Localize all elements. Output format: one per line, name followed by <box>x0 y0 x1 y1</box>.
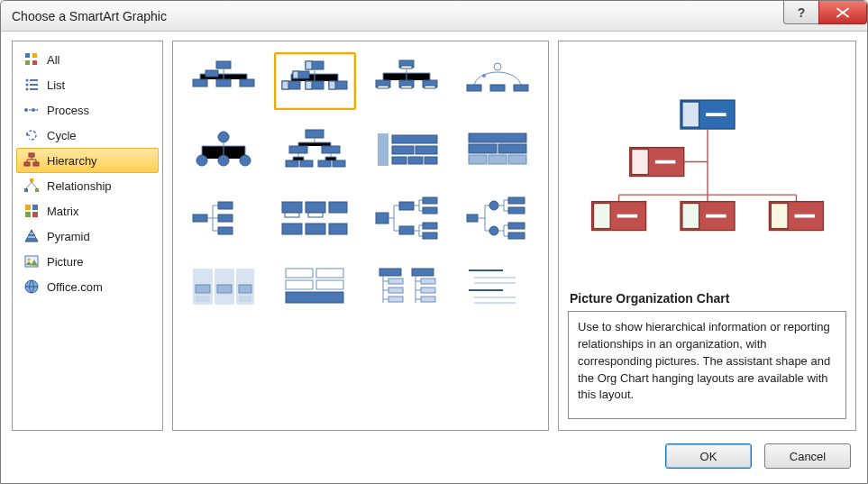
category-label: Process <box>47 104 89 117</box>
svg-rect-72 <box>469 144 497 153</box>
dialog-title: Choose a SmartArt Graphic <box>12 9 167 23</box>
svg-rect-13 <box>24 162 30 166</box>
category-cycle[interactable]: Cycle <box>16 123 159 148</box>
svg-rect-107 <box>217 285 232 293</box>
svg-point-98 <box>489 226 498 235</box>
svg-rect-91 <box>399 226 414 234</box>
svg-rect-108 <box>239 285 251 293</box>
svg-rect-99 <box>508 197 525 204</box>
thumb-grid <box>182 52 539 315</box>
svg-point-53 <box>218 132 229 142</box>
category-officecom[interactable]: Office.com <box>16 274 159 299</box>
svg-rect-39 <box>293 71 298 78</box>
svg-rect-85 <box>329 202 347 213</box>
ok-button[interactable]: OK <box>665 443 752 469</box>
svg-rect-66 <box>392 146 414 154</box>
svg-rect-28 <box>240 79 254 87</box>
window-buttons: ? <box>784 1 867 28</box>
svg-rect-106 <box>196 285 210 293</box>
svg-rect-137 <box>593 203 610 228</box>
svg-rect-27 <box>216 79 231 87</box>
svg-rect-62 <box>318 160 331 167</box>
thumb-table-hierarchy[interactable] <box>457 121 540 178</box>
relationship-icon <box>23 178 40 194</box>
svg-rect-93 <box>423 207 437 214</box>
svg-point-4 <box>26 79 29 82</box>
svg-rect-113 <box>286 280 313 289</box>
category-relationship[interactable]: Relationship <box>16 173 159 198</box>
svg-rect-5 <box>30 79 38 81</box>
svg-point-52 <box>482 74 486 78</box>
thumb-horizontal-org-chart[interactable] <box>182 189 265 247</box>
preview-org-chart-svg <box>572 79 843 260</box>
thumb-horizontal-multi-level[interactable] <box>274 189 357 247</box>
svg-rect-45 <box>401 86 412 88</box>
svg-rect-78 <box>218 202 233 209</box>
thumb-circle-picture-hierarchy[interactable] <box>182 121 265 178</box>
svg-rect-101 <box>508 223 525 229</box>
thumb-lined-list[interactable] <box>457 258 540 315</box>
category-hierarchy[interactable]: Hierarchy <box>16 148 159 173</box>
category-picture[interactable]: Picture <box>16 249 159 274</box>
svg-rect-134 <box>631 149 648 174</box>
svg-rect-143 <box>771 203 788 228</box>
svg-rect-112 <box>316 269 343 278</box>
svg-rect-119 <box>388 288 403 293</box>
thumb-half-circle-org-chart[interactable] <box>457 52 540 110</box>
svg-point-8 <box>26 88 29 91</box>
category-all[interactable]: All <box>16 47 159 72</box>
svg-rect-117 <box>412 269 434 276</box>
svg-rect-123 <box>421 297 435 302</box>
svg-rect-122 <box>421 288 435 293</box>
category-matrix[interactable]: Matrix <box>16 198 159 224</box>
svg-rect-49 <box>467 85 481 91</box>
svg-rect-41 <box>401 66 412 68</box>
svg-point-56 <box>240 155 251 166</box>
thumb-name-title-org-chart[interactable] <box>365 52 448 110</box>
thumb-org-chart[interactable] <box>182 52 265 110</box>
svg-rect-25 <box>216 61 231 68</box>
category-label: List <box>47 78 65 92</box>
svg-rect-12 <box>29 153 34 157</box>
category-process[interactable]: Process <box>16 97 159 123</box>
svg-rect-88 <box>308 213 323 217</box>
category-label: Cycle <box>47 129 77 142</box>
svg-rect-83 <box>306 202 325 213</box>
thumb-hierarchy-list[interactable] <box>365 258 448 315</box>
svg-point-97 <box>489 201 498 210</box>
category-label: Hierarchy <box>47 154 97 168</box>
thumb-architecture-layout[interactable] <box>274 258 357 315</box>
svg-rect-14 <box>33 162 39 166</box>
thumb-horizontal-hierarchy[interactable] <box>365 189 448 247</box>
svg-point-10 <box>24 108 28 112</box>
cancel-button[interactable]: Cancel <box>764 443 851 469</box>
thumb-picture-org-chart[interactable] <box>274 52 357 110</box>
thumb-horizontal-labeled-hierarchy[interactable] <box>457 189 540 247</box>
svg-rect-92 <box>423 197 437 204</box>
thumb-block-hierarchy[interactable] <box>182 258 265 315</box>
titlebar: Choose a SmartArt Graphic ? <box>1 1 867 32</box>
help-button[interactable]: ? <box>783 1 819 24</box>
svg-rect-7 <box>30 84 38 86</box>
picture-icon <box>23 253 40 269</box>
svg-rect-57 <box>306 130 324 138</box>
thumb-labeled-hierarchy[interactable] <box>365 121 448 178</box>
svg-rect-33 <box>282 81 288 89</box>
svg-rect-0 <box>25 53 30 58</box>
svg-point-48 <box>494 63 501 70</box>
category-list-item[interactable]: List <box>16 72 159 97</box>
svg-rect-96 <box>467 215 478 222</box>
all-icon <box>23 51 40 68</box>
svg-rect-64 <box>378 133 388 166</box>
thumb-hierarchy[interactable] <box>274 121 357 178</box>
preview-description: Use to show hierarchical information or … <box>568 311 846 419</box>
svg-rect-37 <box>329 81 335 89</box>
svg-rect-120 <box>388 297 403 302</box>
svg-rect-19 <box>32 205 38 210</box>
close-button[interactable] <box>818 1 867 24</box>
svg-rect-89 <box>376 213 388 224</box>
svg-rect-80 <box>218 227 233 234</box>
category-pyramid[interactable]: Pyramid <box>16 224 159 249</box>
preview-title: Picture Organization Chart <box>559 286 855 311</box>
svg-rect-35 <box>306 81 312 89</box>
